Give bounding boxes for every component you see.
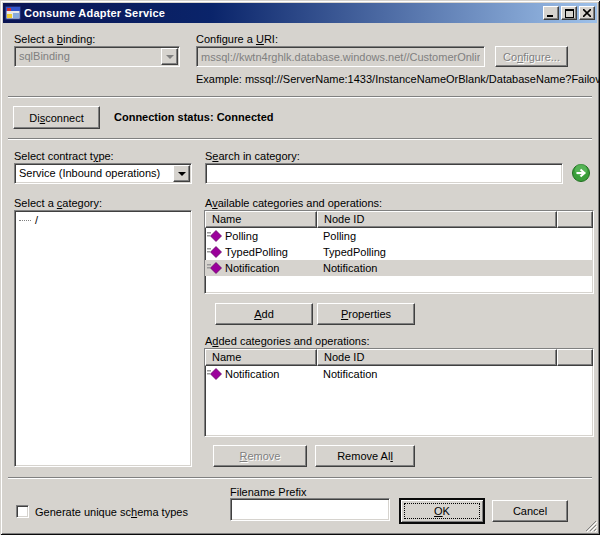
search-label: Search in category: (205, 150, 300, 162)
list-item-typedpolling[interactable]: TypedPolling TypedPolling (205, 244, 593, 260)
added-list-header: Name Node ID (205, 349, 593, 366)
contract-type-value: Service (Inbound operations) (15, 164, 172, 183)
maximize-button[interactable] (561, 6, 577, 20)
disconnect-button[interactable]: Disconnect (13, 106, 100, 129)
operation-icon (207, 262, 223, 274)
contract-type-combobox[interactable]: Service (Inbound operations) (14, 163, 192, 184)
cell-node-id: TypedPolling (317, 246, 557, 258)
resize-grip[interactable] (584, 519, 597, 532)
configure-button[interactable]: Configure... (495, 46, 568, 67)
ok-button-label: OK (434, 505, 450, 517)
binding-label: Select a binding: (14, 33, 95, 45)
operation-icon (207, 368, 223, 380)
uri-label: Configure a URI: (196, 33, 278, 45)
divider (8, 96, 592, 98)
added-label: Added categories and operations: (205, 335, 370, 347)
cell-name: Notification (225, 262, 279, 274)
available-list-header: Name Node ID (205, 211, 593, 228)
column-header-blank[interactable] (557, 349, 593, 366)
ok-button[interactable]: OK (400, 499, 484, 523)
properties-button[interactable]: Properties (317, 303, 415, 325)
chevron-down-icon[interactable] (173, 165, 190, 182)
search-input[interactable] (205, 163, 563, 184)
cell-node-id: Notification (317, 262, 557, 274)
title-bar[interactable]: Consume Adapter Service (3, 3, 597, 23)
binding-value: sqlBinding (15, 47, 160, 66)
cell-name: TypedPolling (225, 246, 288, 258)
cell-name: Notification (225, 368, 279, 380)
divider (8, 138, 592, 140)
divider (8, 477, 592, 479)
generate-schema-checkbox[interactable] (16, 505, 29, 518)
column-header-node-id[interactable]: Node ID (317, 349, 557, 366)
available-label: Available categories and operations: (205, 197, 382, 209)
remove-button[interactable]: Remove (213, 445, 307, 467)
chevron-down-icon[interactable] (161, 48, 178, 65)
remove-all-button[interactable]: Remove All (315, 445, 415, 467)
added-listview[interactable]: Name Node ID Notification Notification (204, 348, 594, 437)
search-go-icon[interactable] (570, 163, 592, 185)
list-item-notification[interactable]: Notification Notification (205, 260, 593, 276)
operation-icon (207, 246, 223, 258)
filename-prefix-label: Filename Prefix (230, 486, 306, 498)
generate-schema-label: Generate unique schema types (35, 506, 188, 518)
cancel-button[interactable]: Cancel (492, 500, 568, 522)
cell-node-id: Notification (317, 368, 557, 380)
list-item-added-notification[interactable]: Notification Notification (205, 366, 593, 382)
cell-node-id: Polling (317, 230, 557, 242)
tree-connector (19, 220, 31, 221)
column-header-blank[interactable] (557, 211, 593, 228)
column-header-node-id[interactable]: Node ID (317, 211, 557, 228)
operation-icon (207, 230, 223, 242)
window-title: Consume Adapter Service (24, 7, 540, 19)
filename-prefix-input[interactable] (230, 498, 390, 521)
binding-combobox[interactable]: sqlBinding (14, 46, 180, 67)
connection-status: Connection status: Connected (114, 111, 274, 123)
column-header-name[interactable]: Name (205, 349, 317, 366)
minimize-button[interactable] (543, 6, 559, 20)
tree-root-node[interactable]: / (15, 211, 191, 226)
consume-adapter-service-dialog: Consume Adapter Service Select a binding… (0, 0, 600, 535)
column-header-name[interactable]: Name (205, 211, 317, 228)
cell-name: Polling (225, 230, 258, 242)
category-tree[interactable]: / (14, 210, 192, 467)
tree-root-label: / (35, 214, 38, 226)
app-icon (5, 5, 21, 21)
contract-type-label: Select contract type: (14, 150, 114, 162)
uri-example-text: Example: mssql://ServerName:1433/Instanc… (196, 73, 600, 85)
add-button[interactable]: Add (215, 303, 313, 325)
list-item-polling[interactable]: Polling Polling (205, 228, 593, 244)
category-label: Select a category: (14, 197, 102, 209)
uri-input[interactable] (196, 46, 485, 67)
close-button[interactable] (579, 6, 595, 20)
available-listview[interactable]: Name Node ID Polling Polling TypedPollin… (204, 210, 594, 294)
